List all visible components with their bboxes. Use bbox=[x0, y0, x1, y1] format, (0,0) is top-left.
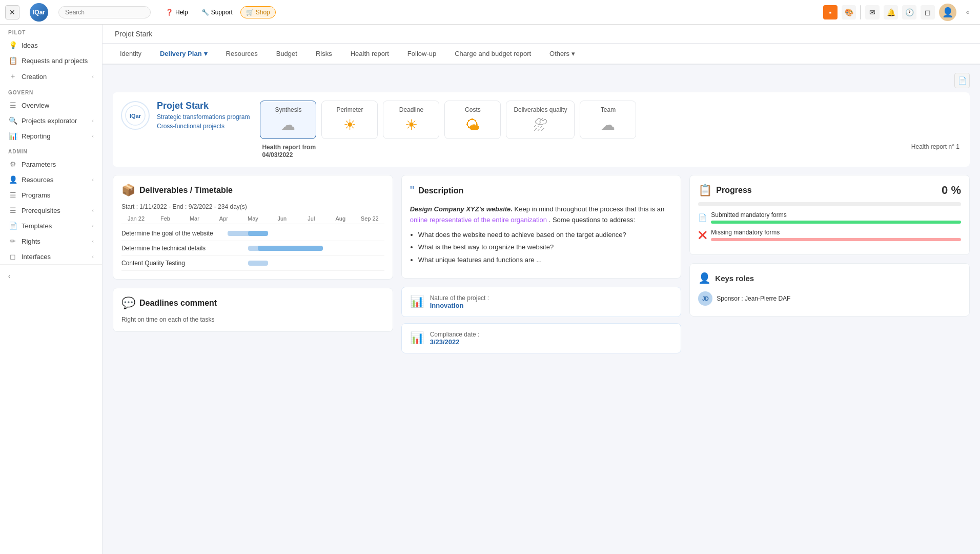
deadlines-icon: 💬 bbox=[121, 296, 135, 310]
export-button[interactable]: 📄 bbox=[954, 73, 970, 88]
reporting-arrow: ‹ bbox=[92, 133, 94, 139]
projects-explorator-icon: 🔍 bbox=[8, 116, 17, 125]
sidebar-item-projects-explorator[interactable]: 🔍 Projects explorator ‹ bbox=[0, 113, 102, 128]
sidebar-item-templates[interactable]: 📄 Templates ‹ bbox=[0, 218, 102, 233]
resources-icon: 👤 bbox=[8, 175, 17, 184]
deliverables-quality-icon: ⛈ bbox=[514, 116, 567, 133]
tab-follow-up[interactable]: Follow-up bbox=[398, 44, 445, 65]
shop-button[interactable]: 🛒 Shop bbox=[240, 6, 276, 18]
health-card-synthesis[interactable]: Synthesis ☁ bbox=[260, 101, 316, 139]
progress-percent: 0 % bbox=[942, 184, 961, 197]
notification-icon[interactable]: 🔔 bbox=[884, 5, 898, 19]
nature-label: Nature of the project : bbox=[430, 294, 489, 302]
progress-title: Progress bbox=[716, 186, 751, 195]
compliance-icon: 📊 bbox=[410, 331, 424, 345]
sidebar-item-creation[interactable]: ＋ Creation ‹ bbox=[0, 68, 102, 85]
prerequisites-arrow: ‹ bbox=[92, 207, 94, 213]
health-card-deadline[interactable]: Deadline ☀ bbox=[383, 101, 439, 139]
project-logo: IQar bbox=[121, 101, 150, 130]
col-left: 📦 Deliverables / Timetable Start : 1/11/… bbox=[113, 175, 393, 360]
sidebar-item-resources[interactable]: 👤 Resources ‹ bbox=[0, 172, 102, 187]
tab-charge-budget[interactable]: Charge and budget report bbox=[445, 44, 540, 65]
close-button[interactable]: ✕ bbox=[5, 5, 19, 19]
project-logo-block: IQar Projet Stark Strategic transformati… bbox=[121, 101, 250, 130]
palette-icon[interactable]: 🎨 bbox=[842, 5, 856, 19]
sidebar-item-overview[interactable]: ☰ Overview bbox=[0, 97, 102, 113]
support-button[interactable]: 🔧 Support bbox=[196, 6, 238, 18]
search-input[interactable] bbox=[58, 6, 151, 18]
submitted-icon: 📄 bbox=[698, 213, 707, 222]
sidebar-item-prerequisites[interactable]: ☰ Prerequisites ‹ bbox=[0, 203, 102, 218]
gantt-bar-2b bbox=[258, 246, 322, 251]
tab-health-report[interactable]: Health report bbox=[341, 44, 398, 65]
sidebar-item-programs[interactable]: ☰ Programs bbox=[0, 187, 102, 203]
sidebar-item-rights[interactable]: ✏ Rights ‹ bbox=[0, 233, 102, 249]
sidebar-item-parameters[interactable]: ⚙ Parameters bbox=[0, 156, 102, 172]
desc-bullet-2: What is the best way to organize the web… bbox=[418, 242, 673, 253]
tab-risks[interactable]: Risks bbox=[307, 44, 341, 65]
tab-others[interactable]: Others ▾ bbox=[540, 44, 584, 65]
health-card-team[interactable]: Team ☁ bbox=[580, 101, 636, 139]
nature-icon: 📊 bbox=[410, 295, 424, 308]
health-section: IQar Projet Stark Strategic transformati… bbox=[113, 92, 970, 167]
compliance-value: 3/23/2022 bbox=[430, 338, 480, 346]
templates-icon: 📄 bbox=[8, 222, 17, 230]
gantt-bars-2 bbox=[214, 244, 384, 252]
theme-icon[interactable]: ▪ bbox=[823, 5, 838, 19]
tab-identity[interactable]: Identity bbox=[111, 44, 151, 65]
progress-submitted: 📄 Submitted mandatory forms bbox=[698, 211, 961, 224]
sidebar-collapse-button[interactable]: ‹ bbox=[0, 264, 102, 288]
col-mid: " Description Design Company XYZ's websi… bbox=[401, 175, 682, 360]
sidebar-item-requests[interactable]: 📋 Requests and projects bbox=[0, 53, 102, 68]
avatar[interactable]: 👤 bbox=[939, 4, 956, 21]
tab-delivery-plan[interactable]: Delivery Plan ▾ bbox=[151, 44, 217, 65]
tab-budget[interactable]: Budget bbox=[267, 44, 307, 65]
synthesis-icon: ☁ bbox=[268, 116, 309, 133]
compliance-content: Compliance date : 3/23/2022 bbox=[430, 331, 480, 346]
keys-header: 👤 Keys roles bbox=[698, 272, 961, 284]
health-report-no: Health report n° 1 bbox=[911, 143, 959, 159]
project-sub2: Cross-functional projects bbox=[157, 123, 250, 130]
synthesis-label: Synthesis bbox=[268, 106, 309, 113]
page-content: 📄 IQar Projet Stark Strateg bbox=[103, 65, 980, 368]
ideas-icon: 💡 bbox=[8, 41, 17, 49]
nature-content: Nature of the project : Innovation bbox=[430, 294, 489, 309]
interfaces-arrow: ‹ bbox=[92, 253, 94, 260]
gantt-header: Jan 22 Feb Mar Apr May Jun Jul Aug Sep 2… bbox=[121, 215, 384, 224]
sidebar-item-ideas[interactable]: 💡 Ideas bbox=[0, 37, 102, 53]
gantt-bar-3 bbox=[248, 261, 269, 266]
health-cards-wrapper: Synthesis ☁ Perimeter ☀ Deadline ☀ bbox=[260, 101, 962, 159]
progress-bar-wrap bbox=[698, 202, 961, 206]
health-card-perimeter[interactable]: Perimeter ☀ bbox=[321, 101, 378, 139]
help-button[interactable]: ❓ Help bbox=[160, 6, 194, 18]
collapse-button[interactable]: « bbox=[961, 5, 975, 19]
health-cards: Synthesis ☁ Perimeter ☀ Deadline ☀ bbox=[260, 101, 636, 139]
desc-list: What does the website need to achieve ba… bbox=[418, 230, 673, 266]
deliverables-card: 📦 Deliverables / Timetable Start : 1/11/… bbox=[113, 175, 393, 280]
square-icon[interactable]: ◻ bbox=[921, 5, 935, 19]
team-label: Team bbox=[587, 106, 628, 113]
deliverables-quality-label: Deliverables quality bbox=[514, 106, 567, 113]
tabs-bar: Identity Delivery Plan ▾ Resources Budge… bbox=[103, 44, 980, 65]
description-header: " Description bbox=[410, 184, 673, 198]
deliverables-title: Deliverables / Timetable bbox=[139, 186, 233, 195]
health-report-from: Health report from 04/03/2022 bbox=[262, 143, 316, 159]
health-card-costs[interactable]: Costs 🌤 bbox=[444, 101, 501, 139]
nature-value: Innovation bbox=[430, 302, 489, 309]
sidebar-item-interfaces[interactable]: ◻ Interfaces ‹ bbox=[0, 249, 102, 264]
team-icon: ☁ bbox=[587, 116, 628, 133]
sidebar-item-reporting[interactable]: 📊 Reporting ‹ bbox=[0, 128, 102, 144]
sidebar-collapse-icon: ‹ bbox=[8, 273, 10, 280]
costs-label: Costs bbox=[452, 106, 493, 113]
deadline-label: Deadline bbox=[391, 106, 432, 113]
mail-icon[interactable]: ✉ bbox=[865, 5, 880, 19]
clock-icon[interactable]: 🕐 bbox=[902, 5, 916, 19]
health-card-deliverables-quality[interactable]: Deliverables quality ⛈ bbox=[506, 101, 575, 139]
role-avatar-jd: JD bbox=[698, 291, 712, 306]
app-logo: IQar bbox=[30, 3, 48, 22]
gantt-row-1: Determine the goal of the website bbox=[121, 226, 384, 241]
progress-missing: ❌ Missing mandatory forms bbox=[698, 229, 961, 241]
progress-icon: 📋 bbox=[698, 184, 712, 197]
tab-resources[interactable]: Resources bbox=[217, 44, 267, 65]
costs-icon: 🌤 bbox=[452, 116, 493, 133]
